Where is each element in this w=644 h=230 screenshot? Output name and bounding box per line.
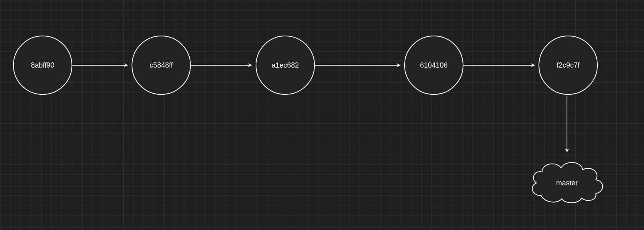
commit-node-1[interactable]: c5848ff: [132, 36, 191, 95]
commit-node-2[interactable]: a1ec682: [256, 36, 315, 95]
commit-hash: 6104106: [420, 61, 448, 70]
commit-node-0[interactable]: 8abff90: [13, 36, 72, 95]
commit-node-3[interactable]: 6104106: [404, 36, 463, 95]
commit-hash: a1ec682: [271, 61, 299, 70]
commit-hash: 8abff90: [31, 61, 55, 70]
commit-hash: f2c9c7f: [557, 61, 580, 70]
diagram-canvas[interactable]: 8abff90 c5848ff a1ec682 6104106 f2c9c7f …: [0, 0, 644, 230]
commit-hash: c5848ff: [150, 61, 173, 70]
commit-node-4[interactable]: f2c9c7f: [539, 36, 598, 95]
branch-node[interactable]: master: [525, 156, 608, 207]
branch-label: master: [556, 179, 578, 187]
